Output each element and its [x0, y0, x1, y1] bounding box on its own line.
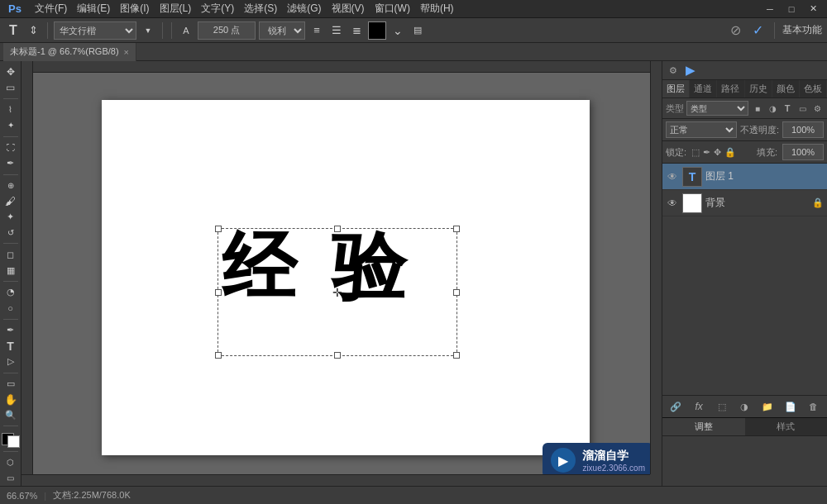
background-lock-icon: 🔒 — [812, 197, 824, 208]
magic-wand-tool[interactable]: ✦ — [2, 118, 20, 133]
lock-transparent-icon[interactable]: ⬚ — [691, 147, 700, 158]
quick-mask-mode[interactable]: ⬡ — [2, 455, 20, 470]
zoom-tool[interactable]: 🔍 — [2, 407, 20, 422]
healing-tool[interactable]: ⊕ — [2, 178, 20, 193]
minimize-button[interactable]: ─ — [759, 0, 781, 18]
lasso-tool[interactable]: ⌇ — [2, 102, 20, 117]
transform-handle-bc[interactable] — [334, 352, 341, 359]
path-tool[interactable]: ▷ — [2, 354, 20, 369]
font-family-select[interactable]: 华文行楷 — [54, 21, 136, 40]
document-tab[interactable]: 未标题-1 @ 66.7%(RGB/8) × — [3, 43, 136, 61]
hand-tool[interactable]: ✋ — [2, 392, 20, 407]
align-left-icon[interactable]: ≡ — [308, 22, 325, 39]
tab-swatches[interactable]: 色板 — [800, 80, 827, 97]
anti-alias-select[interactable]: 锐利 — [259, 21, 305, 40]
screen-mode[interactable]: ▭ — [2, 471, 20, 486]
font-family-dropdown-icon[interactable]: ▼ — [140, 22, 156, 39]
transform-handle-br[interactable] — [453, 352, 460, 359]
background-visibility-toggle[interactable]: 👁 — [666, 197, 679, 210]
tab-styles[interactable]: 样式 — [745, 418, 828, 435]
text-orientation-icon[interactable]: ⇕ — [25, 22, 41, 39]
vertical-scrollbar[interactable] — [650, 61, 662, 474]
menu-window[interactable]: 窗口(W) — [370, 2, 415, 16]
panel-icon-2[interactable]: ▶ — [682, 63, 697, 78]
menu-view[interactable]: 视图(V) — [327, 2, 370, 16]
filter-type-icon[interactable]: T — [781, 102, 794, 115]
transform-handle-mr[interactable] — [453, 289, 460, 296]
align-center-icon[interactable]: ☰ — [328, 22, 345, 39]
menu-filter[interactable]: 滤镜(G) — [282, 2, 326, 16]
cancel-type-icon[interactable]: ⊘ — [727, 22, 743, 39]
lock-position-icon[interactable]: ✥ — [714, 147, 721, 158]
transform-handle-tl[interactable] — [215, 226, 222, 232]
panel-icon-1[interactable]: ⚙ — [666, 63, 681, 78]
filter-smart-icon[interactable]: ⚙ — [810, 102, 824, 115]
commit-type-button[interactable]: ✓ — [748, 21, 767, 40]
filter-pixel-icon[interactable]: ■ — [751, 102, 764, 115]
type-tool[interactable]: T — [2, 339, 20, 354]
layer-fx-button[interactable]: fx — [691, 398, 707, 415]
move-tool[interactable]: ✥ — [2, 64, 20, 79]
transform-handle-ml[interactable] — [215, 289, 222, 296]
history-brush-tool[interactable]: ↺ — [2, 225, 20, 240]
layer-mask-button[interactable]: ⬚ — [714, 398, 730, 415]
layer-item-1[interactable]: 👁 T 图层 1 — [662, 164, 827, 190]
canvas-area[interactable]: 经 验 ✛ ▶ 溜溜自学 zixue2.3066.com — [22, 61, 662, 486]
menu-image[interactable]: 图像(I) — [115, 2, 154, 16]
document-canvas[interactable]: 经 验 ✛ — [102, 100, 590, 455]
opacity-input[interactable] — [782, 121, 824, 138]
tab-adjustments[interactable]: 调整 — [662, 418, 745, 435]
text-color-swatch[interactable] — [368, 21, 386, 40]
font-size-input[interactable] — [198, 21, 256, 40]
layer-folder-button[interactable]: 📁 — [759, 398, 776, 415]
horizontal-scrollbar[interactable] — [22, 474, 650, 486]
menu-file[interactable]: 文件(F) — [30, 2, 72, 16]
layer-delete-button[interactable]: 🗑 — [805, 398, 822, 415]
clone-tool[interactable]: ✦ — [2, 209, 20, 224]
layer-adjustment-button[interactable]: ◑ — [736, 398, 753, 415]
dodge-tool[interactable]: ○ — [2, 301, 20, 316]
menu-help[interactable]: 帮助(H) — [415, 2, 459, 16]
layer-1-visibility-toggle[interactable]: 👁 — [666, 170, 679, 183]
text-transform-box[interactable]: ✛ — [218, 228, 457, 356]
transform-handle-tr[interactable] — [453, 226, 460, 232]
lock-all-icon[interactable]: 🔒 — [724, 147, 736, 158]
tab-paths[interactable]: 路径 — [717, 80, 744, 97]
text-tool-icon[interactable]: T — [5, 22, 22, 39]
blur-tool[interactable]: ◔ — [2, 285, 20, 300]
eyedropper-tool[interactable]: ✒ — [2, 156, 20, 171]
menu-edit[interactable]: 编辑(E) — [72, 2, 115, 16]
menu-select[interactable]: 选择(S) — [239, 2, 282, 16]
tab-layers[interactable]: 图层 — [662, 80, 690, 97]
pen-tool[interactable]: ✒ — [2, 323, 20, 338]
gradient-tool[interactable]: ▦ — [2, 263, 20, 278]
brush-tool[interactable]: 🖌 — [2, 193, 20, 208]
marquee-tool[interactable]: ▭ — [2, 80, 20, 95]
layer-link-button[interactable]: 🔗 — [667, 398, 684, 415]
character-panel-icon[interactable]: ▤ — [409, 22, 426, 39]
transform-handle-bl[interactable] — [215, 352, 222, 359]
menu-layer[interactable]: 图层(L) — [155, 2, 197, 16]
filter-shape-icon[interactable]: ▭ — [796, 102, 809, 115]
background-color[interactable] — [7, 435, 20, 448]
warp-text-icon[interactable]: ⌄ — [390, 22, 406, 39]
transform-handle-tc[interactable] — [334, 226, 341, 232]
layer-item-background[interactable]: 👁 背景 🔒 — [662, 190, 827, 216]
menu-type[interactable]: 文字(Y) — [196, 2, 239, 16]
maximize-button[interactable]: □ — [781, 0, 802, 18]
tab-color[interactable]: 颜色 — [772, 80, 800, 97]
lock-pixels-icon[interactable]: ✒ — [703, 147, 710, 158]
filter-adj-icon[interactable]: ◑ — [766, 102, 779, 115]
shape-tool[interactable]: ▭ — [2, 376, 20, 391]
tab-history[interactable]: 历史 — [745, 80, 772, 97]
eraser-tool[interactable]: ◻ — [2, 247, 20, 262]
close-button[interactable]: ✕ — [802, 0, 824, 18]
filter-type-select[interactable]: 类型 — [686, 101, 748, 116]
align-right-icon[interactable]: ≣ — [348, 22, 365, 39]
tab-channels[interactable]: 通道 — [690, 80, 717, 97]
crop-tool[interactable]: ⛶ — [2, 140, 20, 155]
tab-close-button[interactable]: × — [124, 47, 129, 57]
layer-new-button[interactable]: 📄 — [782, 398, 799, 415]
blend-mode-select[interactable]: 正常 — [666, 121, 737, 138]
fill-input[interactable] — [782, 144, 824, 160]
